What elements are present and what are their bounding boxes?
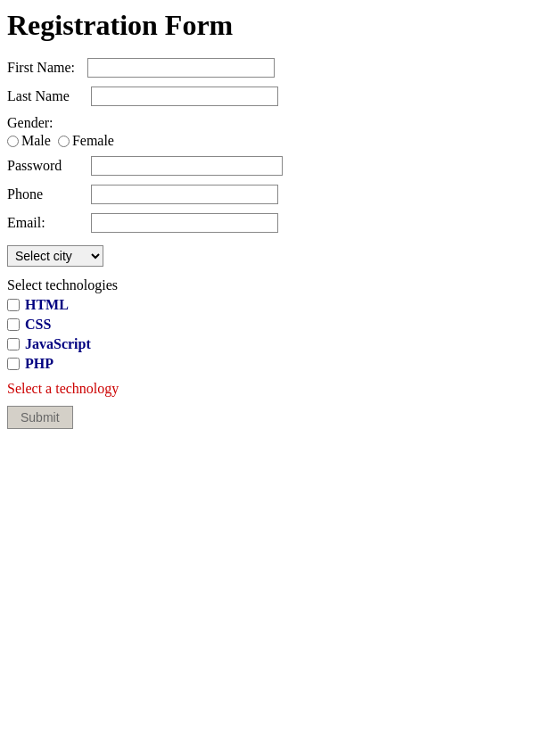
phone-label: Phone <box>7 186 87 202</box>
first-name-input[interactable] <box>87 58 275 78</box>
gender-male-label: Male <box>21 133 51 149</box>
tech-javascript-checkbox[interactable] <box>7 338 20 350</box>
tech-css-checkbox[interactable] <box>7 318 20 331</box>
page-title: Registration Form <box>7 9 553 42</box>
tech-css-label: CSS <box>25 317 51 333</box>
tech-php-checkbox[interactable] <box>7 358 20 370</box>
email-input[interactable] <box>91 213 278 233</box>
tech-php-label: PHP <box>25 356 54 372</box>
technologies-label: Select technologies <box>7 277 553 293</box>
first-name-label: First Name: <box>7 60 87 76</box>
tech-javascript-label: JavaScript <box>25 336 91 352</box>
validation-message: Select a technology <box>7 381 553 397</box>
email-label: Email: <box>7 215 87 231</box>
gender-male-option[interactable]: Male <box>7 133 51 149</box>
gender-female-option[interactable]: Female <box>58 133 114 149</box>
password-input[interactable] <box>91 156 283 176</box>
tech-html-checkbox[interactable] <box>7 299 20 311</box>
gender-label: Gender: <box>7 115 553 131</box>
last-name-label: Last Name <box>7 88 87 104</box>
city-select[interactable]: Select city New York Los Angeles Chicago <box>7 245 103 267</box>
password-label: Password <box>7 158 87 174</box>
tech-html-label: HTML <box>25 297 69 313</box>
last-name-input[interactable] <box>91 87 278 106</box>
phone-input[interactable] <box>91 185 278 204</box>
gender-male-radio[interactable] <box>7 136 19 147</box>
gender-female-label: Female <box>72 133 114 149</box>
submit-button[interactable]: Submit <box>7 406 73 429</box>
gender-female-radio[interactable] <box>58 136 70 147</box>
